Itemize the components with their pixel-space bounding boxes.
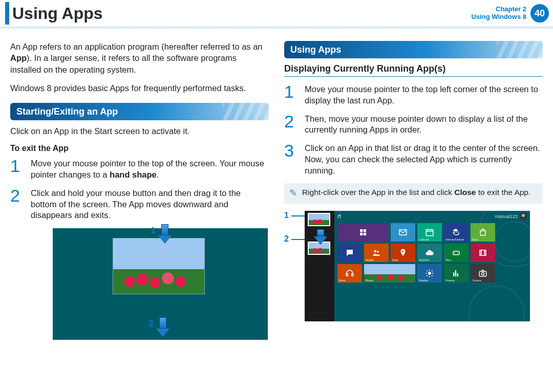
svg-rect-12 xyxy=(352,274,353,276)
start-tile[interactable] xyxy=(337,223,389,242)
start-tile[interactable]: Weather xyxy=(417,264,442,282)
swirl-decor xyxy=(494,221,530,262)
section-using-apps-label: Using Apps xyxy=(290,45,341,55)
section1-body: Click on an App in the Start screen to a… xyxy=(10,125,269,137)
start-tile[interactable] xyxy=(391,223,415,242)
arrow-down-icon xyxy=(160,224,169,244)
right-callout-1-label: 1 xyxy=(284,211,289,220)
note-text: Right-click over the App in the list and… xyxy=(302,187,530,199)
tile-caption: Photos xyxy=(366,279,374,282)
right-step-3-text: Click on an App in that list or drag it … xyxy=(305,143,543,176)
subhead-running-apps: Displaying Currently Running App(s) xyxy=(284,63,543,77)
left-column: An App refers to an application program … xyxy=(10,41,269,340)
left-step-1: 1 Move your mouse pointer to the top of … xyxy=(10,158,269,181)
intro-p1-c: ). In a larger sense, it refers to all t… xyxy=(10,53,237,74)
tile-caption: Internet Explorer xyxy=(445,238,464,241)
note-close-app: ✎ Right-click over the App in the list a… xyxy=(284,183,543,203)
exit-title: To exit the App xyxy=(10,144,269,153)
start-tile[interactable]: Maps xyxy=(391,244,415,262)
start-tile[interactable]: Calendar xyxy=(417,223,442,242)
tile-caption: Maps xyxy=(392,258,398,262)
callout-2-label: 2 xyxy=(149,319,154,329)
page-header: Using Apps Chapter 2 Using Windows 8 40 xyxy=(0,0,553,29)
arrow-down-icon xyxy=(316,229,325,245)
arrow-down-icon xyxy=(158,317,167,337)
left-step-2-num: 2 xyxy=(10,188,25,221)
right-step-3-num: 3 xyxy=(284,143,299,176)
section-starting-exiting-label: Starting/Exiting an App xyxy=(16,106,118,117)
svg-point-15 xyxy=(481,272,484,275)
pen-icon: ✎ xyxy=(289,187,297,199)
svg-rect-3 xyxy=(364,233,366,235)
page-title: Using Apps xyxy=(12,4,103,23)
tile-caption: Xbox xyxy=(445,258,451,262)
right-callout-2-label: 2 xyxy=(284,234,289,244)
start-tile[interactable] xyxy=(337,244,362,262)
left-step-2: 2 Click and hold your mouse button and t… xyxy=(10,188,269,221)
chapter-block: Chapter 2 Using Windows 8 40 xyxy=(472,4,554,23)
start-tile[interactable]: SkyDrive xyxy=(417,244,442,262)
right-step-1: 1 Move your mouse pointer to the top lef… xyxy=(284,84,543,106)
tile-caption: Music xyxy=(339,279,346,282)
svg-rect-10 xyxy=(480,250,486,256)
swirl-decor xyxy=(469,286,525,321)
start-tile[interactable]: Xbox xyxy=(444,244,469,262)
svg-rect-11 xyxy=(346,274,348,276)
chapter-line-2: Using Windows 8 xyxy=(472,13,527,21)
screenshot-drag-app: 1 2 xyxy=(53,228,268,340)
callout-1-label: 1 xyxy=(151,226,156,235)
start-tile[interactable]: Photos xyxy=(364,264,415,282)
svg-rect-1 xyxy=(364,229,366,232)
svg-point-9 xyxy=(457,252,458,253)
right-column: Using Apps Displaying Currently Running … xyxy=(284,41,543,340)
tile-caption: People xyxy=(366,258,374,262)
page-number-badge: 40 xyxy=(530,4,549,23)
right-step-2-text: Then, move your mouse pointer down to di… xyxy=(305,114,543,136)
chapter-lines: Chapter 2 Using Windows 8 xyxy=(472,6,527,21)
start-tile[interactable]: Music xyxy=(337,264,362,282)
screenshot-start-screen-wrap: 1 2 rt manual123 CalendarInternet xyxy=(284,211,543,321)
start-label: rt xyxy=(337,213,341,219)
running-app-thumb[interactable] xyxy=(308,213,330,226)
left-step-1-text: Move your mouse pointer to the top of th… xyxy=(31,158,269,181)
tile-caption: Store xyxy=(472,238,478,241)
right-step-2-num: 2 xyxy=(284,114,299,136)
right-step-1-num: 1 xyxy=(284,84,299,106)
svg-point-6 xyxy=(377,251,379,253)
svg-rect-2 xyxy=(360,233,363,235)
svg-rect-4 xyxy=(426,230,433,236)
avatar-icon[interactable] xyxy=(520,213,527,220)
start-tiles-grid: CalendarInternet ExplorerStorePeopleMaps… xyxy=(337,223,495,282)
tile-caption: Camera xyxy=(472,279,481,282)
svg-point-13 xyxy=(428,272,431,275)
tile-caption: SkyDrive xyxy=(419,258,429,262)
section-starting-exiting: Starting/Exiting an App xyxy=(10,103,269,120)
chapter-line-1: Chapter 2 xyxy=(472,6,527,13)
tile-caption: Weather xyxy=(419,279,429,282)
intro-paragraph-2: Windows 8 provides basic Apps for freque… xyxy=(10,82,269,94)
user-label: manual123 xyxy=(495,214,518,219)
intro-p1-bold: App xyxy=(10,53,27,62)
svg-rect-0 xyxy=(360,229,363,232)
start-tile[interactable]: People xyxy=(364,244,389,262)
start-tile[interactable] xyxy=(471,244,495,262)
svg-point-8 xyxy=(454,252,455,253)
intro-p1-a: An App refers to an application program … xyxy=(10,42,263,51)
app-switcher-rail xyxy=(305,211,334,321)
header-accent xyxy=(5,2,9,25)
start-tile[interactable]: Finance xyxy=(444,264,469,282)
right-step-1-text: Move your mouse pointer to the top left … xyxy=(305,84,543,106)
left-step-1-num: 1 xyxy=(10,158,25,181)
tile-caption: Calendar xyxy=(419,238,429,241)
tile-caption: Finance xyxy=(445,279,455,282)
intro-paragraph-1: An App refers to an application program … xyxy=(10,41,269,75)
tulip-photo xyxy=(113,238,204,294)
start-tile[interactable]: Camera xyxy=(471,264,495,282)
start-tile[interactable]: Store xyxy=(471,223,495,242)
section-using-apps: Using Apps xyxy=(284,41,543,58)
svg-rect-7 xyxy=(453,251,459,255)
right-step-2: 2 Then, move your mouse pointer down to … xyxy=(284,114,543,136)
svg-point-5 xyxy=(374,250,377,253)
right-step-3: 3 Click on an App in that list or drag i… xyxy=(284,143,543,176)
start-tile[interactable]: Internet Explorer xyxy=(444,223,469,242)
